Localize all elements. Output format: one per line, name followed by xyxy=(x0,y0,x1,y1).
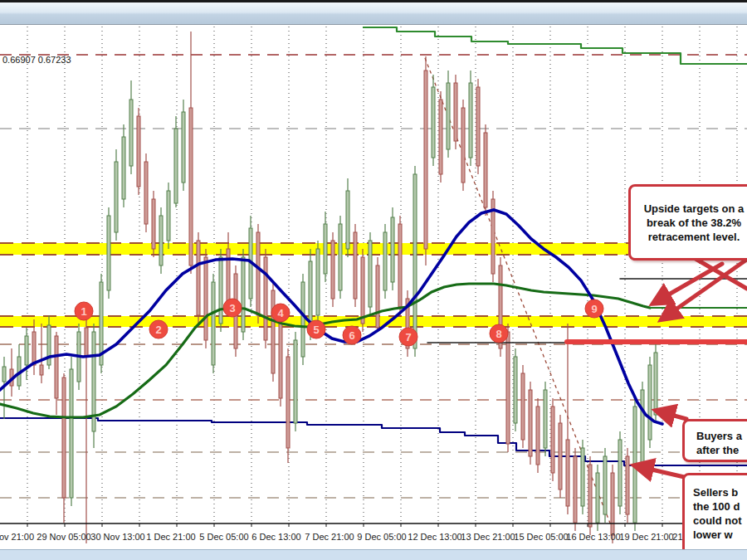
annotation-arrow xyxy=(659,411,686,419)
ohlc-price-readout: 0.66907 0.67233 xyxy=(2,55,71,65)
candle-body xyxy=(204,257,208,340)
price-chart-area[interactable]: ov 21:0029 Nov 05:0030 Nov 13:001 Dec 21… xyxy=(0,25,747,560)
candle-body xyxy=(256,232,260,315)
callout-text-line: retracement level. xyxy=(636,230,747,244)
candle-body xyxy=(62,377,66,498)
candle-body xyxy=(167,191,170,241)
candle-body xyxy=(521,373,525,440)
candle-body xyxy=(264,257,267,340)
candle-body xyxy=(618,440,622,506)
candle-body xyxy=(361,257,364,324)
callout-text-line: after the xyxy=(696,443,747,457)
yellow-price-zone xyxy=(0,316,747,327)
candle-body xyxy=(641,390,644,465)
candle-body xyxy=(484,133,487,207)
buyers-callout: Buyers a after the xyxy=(682,419,747,462)
candle-body xyxy=(654,353,657,415)
candle-body xyxy=(107,216,110,290)
x-axis-label: 5 Dec 05:00 xyxy=(199,532,248,542)
candle-body xyxy=(588,465,592,527)
candle-body xyxy=(212,282,215,365)
candle-body xyxy=(432,87,435,158)
candle-body xyxy=(439,100,442,174)
candle-body xyxy=(55,336,58,398)
window-bottom-strip xyxy=(0,549,747,560)
candle-body xyxy=(25,336,28,365)
numbered-marker-label: 9 xyxy=(591,303,597,315)
yellow-price-zone xyxy=(0,243,628,255)
x-axis-label: 9 Dec 05:00 xyxy=(357,532,406,542)
window-title-bar[interactable] xyxy=(0,0,747,25)
candle-body xyxy=(551,407,554,473)
green-moving-average-line xyxy=(0,284,650,417)
candle-body xyxy=(346,191,349,249)
numbered-marker-label: 1 xyxy=(81,305,86,318)
candle-body xyxy=(574,456,577,523)
candle-body xyxy=(469,83,472,158)
numbered-marker-label: 8 xyxy=(496,328,501,340)
candle-body xyxy=(152,199,155,249)
x-axis-label: ov 21:00 xyxy=(0,532,34,542)
candle-body xyxy=(476,87,480,166)
candle-body xyxy=(85,328,88,357)
numbered-marker-label: 6 xyxy=(349,329,354,342)
candle-body xyxy=(197,241,200,315)
candle-body xyxy=(536,407,540,465)
candle-body xyxy=(301,282,305,357)
candle-body xyxy=(279,324,282,398)
upside-targets-callout: Upside targets on a break of the 38.2% r… xyxy=(628,184,747,261)
candle-body xyxy=(339,224,342,290)
candle-body xyxy=(506,332,510,444)
candle-body xyxy=(32,332,36,365)
candle-body xyxy=(115,162,118,232)
candle-body xyxy=(271,290,275,373)
callout-text-line: could not xyxy=(693,514,747,528)
x-axis-label: 19 Dec 21:00 xyxy=(619,532,673,542)
candle-body xyxy=(189,108,193,265)
candle-body xyxy=(219,257,222,324)
candle-body xyxy=(424,71,427,249)
candle-body xyxy=(413,174,417,348)
price-chart-canvas[interactable]: ov 21:0029 Nov 05:0030 Nov 13:001 Dec 21… xyxy=(0,25,747,560)
candle-body xyxy=(398,224,402,307)
candle-body xyxy=(376,265,379,328)
candle-body xyxy=(286,357,290,448)
candle-body xyxy=(369,241,372,307)
numbered-marker-label: 2 xyxy=(155,324,161,336)
x-axis-label: 29 Nov 05:00 xyxy=(37,532,90,542)
candle-body xyxy=(159,216,163,265)
candle-body xyxy=(324,224,327,274)
x-axis-label: 16 Dec 13:00 xyxy=(566,532,620,542)
x-axis-label: 1 Dec 21:00 xyxy=(146,532,195,542)
candle-body xyxy=(182,112,185,183)
candle-body xyxy=(633,407,637,523)
sellers-callout: Sellers b the 100 d could not lower w xyxy=(682,473,747,556)
callout-text-line: Sellers b xyxy=(693,485,747,499)
candle-body xyxy=(611,473,614,535)
candle-body xyxy=(40,365,43,375)
candle-body xyxy=(294,340,297,423)
x-axis-label: 7 Dec 21:00 xyxy=(305,532,354,542)
x-axis-label: 12 Dec 13:00 xyxy=(408,532,461,542)
candle-body xyxy=(461,108,465,183)
candle-body xyxy=(391,217,394,282)
candle-body xyxy=(648,365,652,440)
candle-body xyxy=(316,249,320,315)
candle-body xyxy=(331,241,334,299)
candle-body xyxy=(2,367,6,382)
candle-body xyxy=(581,448,584,506)
candle-body xyxy=(514,357,517,423)
candle-body xyxy=(596,473,599,523)
candle-body xyxy=(454,83,457,141)
candle-body xyxy=(383,232,387,290)
numbered-marker-label: 3 xyxy=(229,302,235,314)
candle-body xyxy=(174,129,178,203)
x-axis-label: 30 Nov 13:00 xyxy=(90,532,144,542)
callout-text-line: Buyers a xyxy=(696,429,747,443)
candle-body xyxy=(566,440,569,506)
callout-text-line: Upside targets on a xyxy=(636,202,747,216)
candle-body xyxy=(354,232,357,299)
callout-text-line: lower w xyxy=(693,528,747,542)
candle-body xyxy=(70,369,73,498)
numbered-marker-label: 7 xyxy=(405,331,411,343)
